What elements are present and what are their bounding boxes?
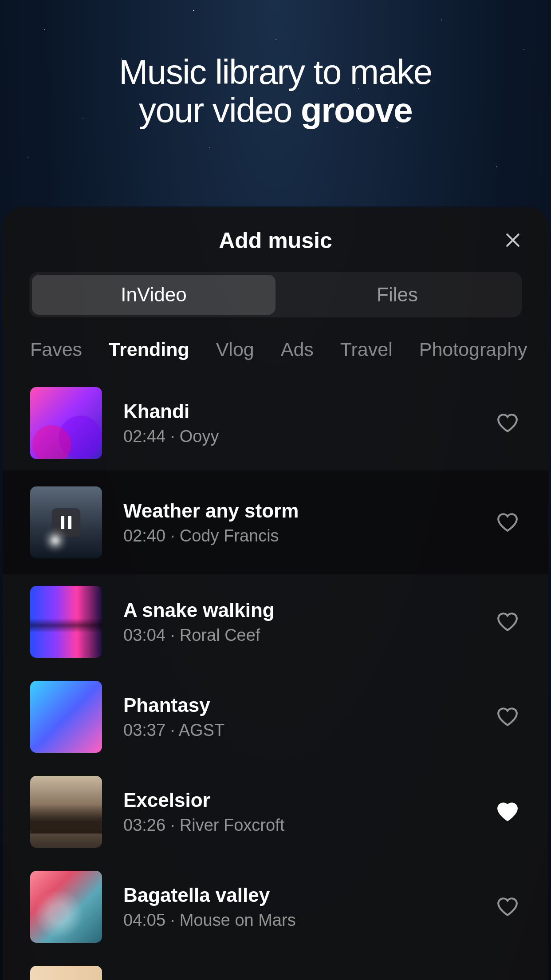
- favorite-button[interactable]: [494, 509, 521, 536]
- heart-icon: [496, 897, 519, 917]
- track-meta: 04:05 · Mouse on Mars: [123, 911, 473, 930]
- pause-icon: [52, 508, 80, 537]
- album-art[interactable]: [30, 486, 102, 558]
- track-title: Excelsior: [123, 789, 473, 811]
- track-title: Khandi: [123, 400, 473, 423]
- sheet-header: Add music: [3, 206, 548, 268]
- heart-icon: [496, 413, 519, 433]
- track-title: Bagatella valley: [123, 884, 473, 906]
- track-text: Bagatella valley04:05 · Mouse on Mars: [123, 884, 473, 930]
- track-meta: 03:04 · Roral Ceef: [123, 626, 473, 645]
- track-text: A snake walking03:04 · Roral Ceef: [123, 599, 473, 645]
- heart-icon: [496, 512, 519, 533]
- track-meta: 03:37 · AGST: [123, 721, 473, 740]
- sheet-title: Add music: [3, 228, 548, 253]
- track-meta: 03:26 · River Foxcroft: [123, 816, 473, 835]
- track-title: Phantasy: [123, 694, 473, 716]
- source-tab-invideo[interactable]: InVideo: [32, 275, 276, 315]
- album-art[interactable]: [30, 387, 102, 459]
- headline-line2-prefix: your video: [139, 91, 301, 130]
- track-row[interactable]: Phantasy03:37 · AGST: [3, 669, 548, 764]
- pause-overlay[interactable]: [30, 486, 102, 558]
- headline-line2-bold: groove: [301, 91, 412, 130]
- track-row[interactable]: Khandi02:44 · Ooyy: [3, 375, 548, 470]
- track-row[interactable]: [3, 954, 548, 980]
- album-art[interactable]: [30, 776, 102, 848]
- track-row[interactable]: Bagatella valley04:05 · Mouse on Mars: [3, 859, 548, 954]
- album-art[interactable]: [30, 681, 102, 753]
- heart-icon: [496, 802, 519, 822]
- category-tab-travel[interactable]: Travel: [340, 339, 393, 360]
- favorite-button[interactable]: [494, 798, 521, 825]
- track-row[interactable]: Weather any storm02:40 · Cody Francis: [3, 470, 548, 574]
- track-text: Excelsior03:26 · River Foxcroft: [123, 789, 473, 835]
- album-art[interactable]: [30, 966, 102, 980]
- headline: Music library to make your video groove: [0, 0, 551, 130]
- track-row[interactable]: A snake walking03:04 · Roral Ceef: [3, 574, 548, 669]
- favorite-button[interactable]: [494, 410, 521, 436]
- track-title: A snake walking: [123, 599, 473, 621]
- category-tab-ads[interactable]: Ads: [281, 339, 314, 360]
- track-text: Phantasy03:37 · AGST: [123, 694, 473, 740]
- heart-icon: [496, 707, 519, 727]
- category-tab-photography[interactable]: Photography: [419, 339, 527, 360]
- category-tab-vlog[interactable]: Vlog: [216, 339, 254, 360]
- album-art[interactable]: [30, 871, 102, 943]
- category-tabs: FavesTrendingVlogAdsTravelPhotography: [3, 317, 548, 375]
- category-tab-faves[interactable]: Faves: [30, 339, 82, 360]
- track-meta: 02:44 · Ooyy: [123, 427, 473, 446]
- favorite-button[interactable]: [494, 893, 521, 920]
- track-text: Khandi02:44 · Ooyy: [123, 400, 473, 446]
- favorite-button[interactable]: [494, 703, 521, 730]
- category-tab-trending[interactable]: Trending: [109, 339, 189, 360]
- track-row[interactable]: Excelsior03:26 · River Foxcroft: [3, 764, 548, 859]
- close-icon: [503, 230, 523, 250]
- track-meta: 02:40 · Cody Francis: [123, 526, 473, 545]
- album-art[interactable]: [30, 586, 102, 658]
- favorite-button[interactable]: [494, 609, 521, 635]
- source-tab-files[interactable]: Files: [276, 275, 519, 315]
- track-text: Weather any storm02:40 · Cody Francis: [123, 500, 473, 545]
- close-button[interactable]: [500, 228, 525, 253]
- heart-icon: [496, 612, 519, 632]
- track-list: Khandi02:44 · OoyyWeather any storm02:40…: [3, 375, 548, 980]
- source-segmented-control: InVideoFiles: [3, 272, 548, 317]
- track-title: Weather any storm: [123, 500, 473, 522]
- add-music-sheet: Add music InVideoFiles FavesTrendingVlog…: [3, 206, 548, 980]
- headline-line1: Music library to make: [119, 52, 432, 91]
